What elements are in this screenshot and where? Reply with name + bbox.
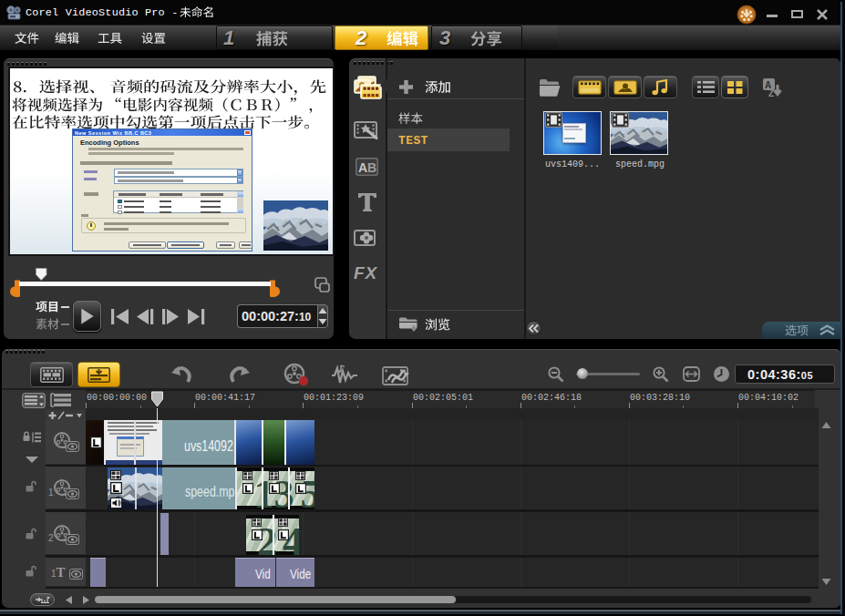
svg-text:Z: Z — [768, 88, 774, 98]
svg-text:B: B — [367, 160, 376, 175]
svg-text:A: A — [358, 160, 367, 175]
